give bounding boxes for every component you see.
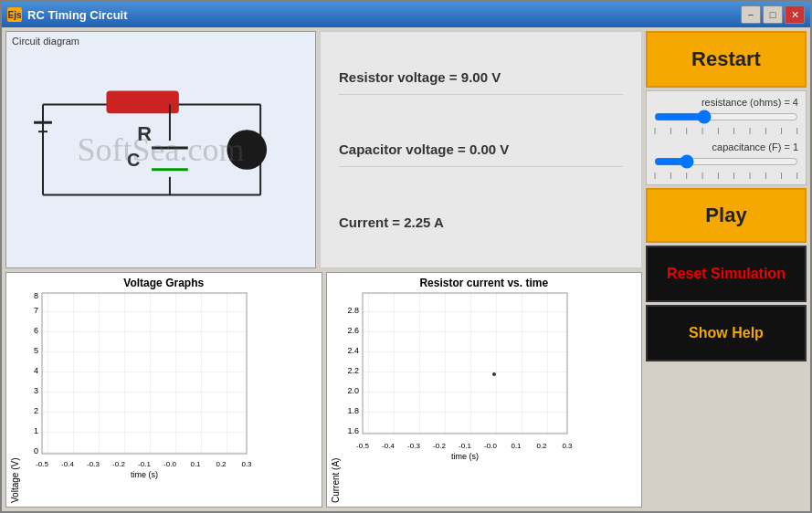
svg-rect-8: [106, 91, 178, 114]
voltage-graph-area: Voltage (V) 0 1 2: [10, 291, 318, 503]
svg-point-15: [227, 130, 267, 170]
svg-text:1.8: 1.8: [347, 406, 359, 415]
current-graph-area: Current (A) 1.6 1.8 2.0: [331, 291, 638, 503]
svg-text:2.2: 2.2: [347, 366, 359, 375]
readings-panel: Resistor voltage = 9.00 V Capacitor volt…: [320, 31, 642, 268]
svg-text:-0.0: -0.0: [163, 460, 176, 468]
svg-text:0.3: 0.3: [241, 460, 252, 468]
svg-text:-0.1: -0.1: [459, 442, 471, 450]
capacitance-control: capacitance (F) = 1 ||||||||||: [654, 141, 798, 179]
current-graph-svg: 1.6 1.8 2.0 2.2 2.4 2.6 2.8 -0.5 -0.4 -0…: [343, 291, 638, 503]
voltage-graph-svg: 0 1 2 3 4 5 6 7 8 -0.5 -0.4 -0.: [22, 291, 318, 503]
current-graph-container: Resistor current vs. time Current (A): [326, 272, 643, 508]
svg-text:2.6: 2.6: [347, 326, 359, 335]
svg-text:-0.2: -0.2: [433, 442, 446, 450]
svg-text:0.1: 0.1: [190, 460, 201, 468]
window-title: RC Timing Circuit: [27, 8, 741, 22]
capacitance-label: capacitance (F) = 1: [654, 141, 798, 152]
circuit-diagram: Circuit diagram: [5, 31, 316, 268]
help-button[interactable]: Show Help: [646, 305, 807, 361]
svg-text:-0.4: -0.4: [382, 442, 395, 450]
svg-text:-0.5: -0.5: [356, 442, 369, 450]
svg-text:0: 0: [34, 446, 38, 455]
restart-button[interactable]: Restart: [646, 31, 807, 88]
svg-text:2.8: 2.8: [347, 306, 359, 315]
voltage-graph-title: Voltage Graphs: [10, 277, 318, 289]
svg-text:time (s): time (s): [451, 452, 479, 461]
bottom-section: Voltage Graphs Voltage (V): [5, 272, 642, 508]
voltage-graph-container: Voltage Graphs Voltage (V): [5, 272, 322, 508]
circuit-label: Circuit diagram: [12, 36, 79, 47]
svg-text:4: 4: [34, 366, 38, 375]
current-graph-title: Resistor current vs. time: [331, 277, 638, 289]
left-panel: Circuit diagram: [5, 31, 642, 508]
svg-text:7: 7: [34, 306, 38, 315]
resistor-voltage-reading: Resistor voltage = 9.00 V: [339, 60, 623, 95]
svg-text:0.3: 0.3: [562, 442, 573, 450]
svg-text:3: 3: [34, 386, 38, 395]
capacitor-voltage-reading: Capacitor voltage = 0.00 V: [339, 132, 623, 167]
controls-panel: resistance (ohms) = 4 |||||||||| capacit…: [646, 90, 807, 185]
svg-text:time (s): time (s): [131, 470, 158, 479]
circuit-svg: R C: [6, 32, 315, 267]
capacitance-slider[interactable]: [654, 155, 798, 168]
minimize-button[interactable]: −: [741, 5, 761, 24]
right-panel: Restart resistance (ohms) = 4 ||||||||||…: [646, 31, 807, 508]
svg-text:0.2: 0.2: [536, 442, 547, 450]
svg-text:-0.0: -0.0: [484, 442, 497, 450]
voltage-y-label: Voltage (V): [10, 291, 20, 503]
svg-text:1.6: 1.6: [347, 426, 359, 435]
svg-text:-0.3: -0.3: [87, 460, 100, 468]
current-reading: Current = 2.25 A: [339, 205, 623, 239]
svg-text:8: 8: [34, 291, 38, 300]
top-section: Circuit diagram: [5, 31, 642, 268]
svg-text:C: C: [127, 150, 140, 170]
app-icon: Ejs: [7, 7, 22, 22]
window-controls: − □ ✕: [741, 5, 805, 24]
reset-button[interactable]: Reset Simulation: [646, 246, 807, 302]
svg-text:2.0: 2.0: [347, 386, 359, 395]
resistance-label: resistance (ohms) = 4: [654, 97, 798, 108]
svg-text:-0.1: -0.1: [138, 460, 151, 468]
close-button[interactable]: ✕: [785, 5, 805, 24]
current-y-label: Current (A): [331, 291, 341, 503]
svg-text:-0.2: -0.2: [112, 460, 125, 468]
capacitance-ticks: ||||||||||: [654, 171, 798, 179]
svg-rect-16: [42, 293, 247, 454]
svg-text:0.2: 0.2: [216, 460, 227, 468]
maximize-button[interactable]: □: [763, 5, 783, 24]
svg-text:2.4: 2.4: [347, 346, 359, 355]
svg-text:0.1: 0.1: [511, 442, 522, 450]
resistance-control: resistance (ohms) = 4 ||||||||||: [654, 97, 798, 134]
resistance-slider[interactable]: [654, 110, 798, 123]
svg-text:5: 5: [34, 346, 38, 355]
main-window: Ejs RC Timing Circuit − □ ✕ Circuit diag…: [0, 0, 812, 513]
svg-text:2: 2: [34, 406, 38, 415]
svg-text:-0.3: -0.3: [407, 442, 420, 450]
svg-text:1: 1: [34, 426, 38, 435]
resistance-ticks: ||||||||||: [654, 126, 798, 134]
titlebar: Ejs RC Timing Circuit − □ ✕: [2, 2, 810, 27]
svg-text:6: 6: [34, 326, 38, 335]
svg-text:-0.4: -0.4: [61, 460, 74, 468]
main-content: Circuit diagram: [2, 27, 810, 511]
svg-text:R: R: [137, 122, 152, 145]
svg-rect-36: [363, 293, 567, 434]
svg-text:-0.5: -0.5: [36, 460, 48, 468]
play-button[interactable]: Play: [646, 188, 807, 243]
svg-point-53: [492, 372, 496, 376]
